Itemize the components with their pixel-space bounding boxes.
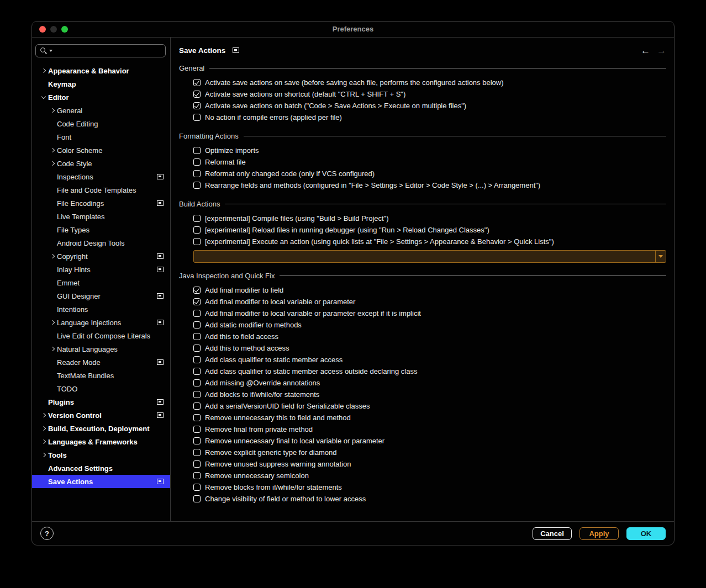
quick-list-dropdown[interactable] [193, 250, 666, 263]
checkbox-icon[interactable] [193, 170, 201, 177]
checkbox-row-remove-explicit-generic-type-for-diamond[interactable]: Remove explicit generic type for diamond [179, 447, 666, 458]
sidebar-item-file-encodings[interactable]: File Encodings [32, 197, 170, 210]
sidebar-item-natural-languages[interactable]: Natural Languages [32, 342, 170, 356]
sidebar-item-inspections[interactable]: Inspections [32, 170, 170, 183]
checkbox-row-add-class-qualifier-to-static-member-access[interactable]: Add class qualifier to static member acc… [179, 354, 666, 365]
checkbox-icon[interactable] [193, 460, 201, 468]
sidebar-item-code-style[interactable]: Code Style [32, 157, 170, 170]
checkbox-row-remove-final-from-private-method[interactable]: Remove final from private method [179, 423, 666, 435]
checkbox-icon[interactable] [193, 356, 201, 363]
checkbox-row-remove-blocks-from-if-while-for-statements[interactable]: Remove blocks from if/while/for statemen… [179, 481, 666, 493]
checkbox-checked-icon[interactable] [193, 287, 201, 294]
checkbox-row-add-final-modifier-to-local-variable-or-paramete[interactable]: Add final modifier to local variable or … [179, 308, 666, 319]
checkbox-row-add-class-qualifier-to-static-member-access-outs[interactable]: Add class qualifier to static member acc… [179, 365, 666, 377]
chevron-right-icon[interactable] [49, 107, 57, 114]
sidebar-item-save-actions[interactable]: Save Actions [32, 475, 170, 488]
checkbox-row-reformat-file[interactable]: Reformat file [179, 156, 666, 168]
sidebar-item-reader-mode[interactable]: Reader Mode [32, 356, 170, 369]
checkbox-icon[interactable] [193, 310, 201, 317]
checkbox-checked-icon[interactable] [193, 102, 201, 109]
zoom-window-button[interactable] [61, 26, 68, 33]
checkbox-row-add-static-modifier-to-methods[interactable]: Add static modifier to methods [179, 319, 666, 331]
checkbox-icon[interactable] [193, 158, 201, 166]
checkbox-icon[interactable] [193, 437, 201, 444]
checkbox-icon[interactable] [193, 226, 201, 234]
checkbox-row-experimental-execute-an-action-using-quick-lists[interactable]: [experimental] Execute an action (using … [179, 236, 666, 247]
chevron-down-icon[interactable] [40, 93, 48, 101]
checkbox-row-add-missing-override-annotations[interactable]: Add missing @Override annotations [179, 377, 666, 389]
checkbox-row-experimental-reload-files-in-running-debugger-us[interactable]: [experimental] Reload files in running d… [179, 224, 666, 236]
checkbox-row-add-final-modifier-to-field[interactable]: Add final modifier to field [179, 284, 666, 296]
chevron-right-icon[interactable] [40, 67, 48, 75]
checkbox-row-add-this-to-method-access[interactable]: Add this to method access [179, 342, 666, 354]
sidebar-item-color-scheme[interactable]: Color Scheme [32, 144, 170, 157]
checkbox-row-activate-save-actions-on-batch-code-save-actions[interactable]: Activate save actions on batch ("Code > … [179, 100, 666, 112]
checkbox-row-remove-unnecessary-final-to-local-variable-or-pa[interactable]: Remove unnecessary final to local variab… [179, 435, 666, 447]
checkbox-icon[interactable] [193, 449, 201, 456]
checkbox-checked-icon[interactable] [193, 79, 201, 86]
close-window-button[interactable] [39, 26, 46, 33]
sidebar-item-plugins[interactable]: Plugins [32, 395, 170, 409]
chevron-right-icon[interactable] [49, 319, 57, 326]
sidebar-item-languages-frameworks[interactable]: Languages & Frameworks [32, 435, 170, 448]
sidebar-item-general[interactable]: General [32, 104, 170, 117]
checkbox-icon[interactable] [193, 414, 201, 421]
apply-button[interactable]: Apply [579, 527, 619, 540]
checkbox-checked-icon[interactable] [193, 91, 201, 98]
checkbox-icon[interactable] [193, 379, 201, 386]
sidebar-item-code-editing[interactable]: Code Editing [32, 117, 170, 130]
sidebar-item-version-control[interactable]: Version Control [32, 409, 170, 422]
checkbox-row-rearrange-fields-and-methods-configured-in-file-[interactable]: Rearrange fields and methods (configured… [179, 179, 666, 191]
checkbox-icon[interactable] [193, 238, 201, 245]
forward-arrow-icon[interactable] [657, 46, 666, 55]
sidebar-item-android-design-tools[interactable]: Android Design Tools [32, 236, 170, 250]
checkbox-row-reformat-only-changed-code-only-if-vcs-configure[interactable]: Reformat only changed code (only if VCS … [179, 168, 666, 179]
checkbox-row-activate-save-actions-on-save-before-saving-each[interactable]: Activate save actions on save (before sa… [179, 77, 666, 88]
checkbox-icon[interactable] [193, 215, 201, 222]
checkbox-row-remove-unused-suppress-warning-annotation[interactable]: Remove unused suppress warning annotatio… [179, 458, 666, 470]
checkbox-icon[interactable] [193, 391, 201, 398]
chevron-right-icon[interactable] [40, 411, 48, 419]
checkbox-row-experimental-compile-files-using-build-build-pro[interactable]: [experimental] Compile files (using "Bui… [179, 213, 666, 224]
sidebar-item-live-templates[interactable]: Live Templates [32, 210, 170, 223]
checkbox-icon[interactable] [193, 333, 201, 340]
checkbox-row-add-blocks-to-if-while-for-statements[interactable]: Add blocks to if/while/for statements [179, 389, 666, 400]
chevron-right-icon[interactable] [49, 146, 57, 154]
checkbox-icon[interactable] [193, 368, 201, 375]
settings-search-box[interactable] [35, 44, 166, 57]
search-input[interactable] [52, 46, 161, 55]
checkbox-icon[interactable] [193, 321, 201, 329]
checkbox-row-activate-save-actions-on-shortcut-default-ctrl-s[interactable]: Activate save actions on shortcut (defau… [179, 88, 666, 100]
chevron-right-icon[interactable] [40, 438, 48, 446]
sidebar-item-file-types[interactable]: File Types [32, 223, 170, 236]
sidebar-item-keymap[interactable]: Keymap [32, 77, 170, 91]
sidebar-item-gui-designer[interactable]: GUI Designer [32, 289, 170, 303]
checkbox-row-remove-unnecessary-this-to-field-and-method[interactable]: Remove unnecessary this to field and met… [179, 412, 666, 423]
sidebar-item-build-execution-deployment[interactable]: Build, Execution, Deployment [32, 422, 170, 435]
checkbox-checked-icon[interactable] [193, 298, 201, 305]
sidebar-item-appearance-behavior[interactable]: Appearance & Behavior [32, 64, 170, 77]
checkbox-row-optimize-imports[interactable]: Optimize imports [179, 145, 666, 156]
chevron-right-icon[interactable] [49, 252, 57, 260]
chevron-right-icon[interactable] [49, 160, 57, 167]
checkbox-icon[interactable] [193, 495, 201, 502]
sidebar-item-textmate-bundles[interactable]: TextMate Bundles [32, 369, 170, 382]
checkbox-icon[interactable] [193, 182, 201, 189]
ok-button[interactable]: OK [626, 527, 666, 540]
chevron-right-icon[interactable] [40, 451, 48, 459]
sidebar-item-tools[interactable]: Tools [32, 448, 170, 462]
checkbox-icon[interactable] [193, 472, 201, 479]
checkbox-icon[interactable] [193, 147, 201, 154]
checkbox-icon[interactable] [193, 114, 201, 121]
sidebar-item-emmet[interactable]: Emmet [32, 276, 170, 289]
checkbox-row-add-this-to-field-access[interactable]: Add this to field access [179, 331, 666, 342]
sidebar-item-advanced-settings[interactable]: Advanced Settings [32, 462, 170, 475]
sidebar-item-copyright[interactable]: Copyright [32, 250, 170, 263]
sidebar-item-inlay-hints[interactable]: Inlay Hints [32, 263, 170, 276]
checkbox-icon[interactable] [193, 426, 201, 433]
cancel-button[interactable]: Cancel [533, 527, 572, 540]
sidebar-item-language-injections[interactable]: Language Injections [32, 316, 170, 329]
sidebar-item-todo[interactable]: TODO [32, 382, 170, 395]
checkbox-row-add-a-serialversionuid-field-for-serializable-cl[interactable]: Add a serialVersionUID field for Seriali… [179, 400, 666, 412]
checkbox-icon[interactable] [193, 345, 201, 352]
